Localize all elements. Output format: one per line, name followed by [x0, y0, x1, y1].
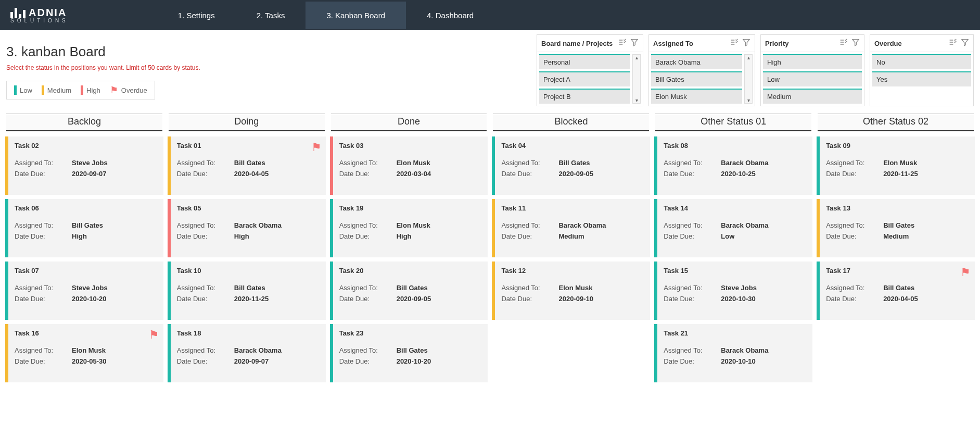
column-header[interactable]: Blocked: [493, 114, 649, 131]
slicer-item[interactable]: Bill Gates: [651, 71, 742, 86]
slicer-list: PersonalProject AProject B: [539, 54, 630, 104]
due-label: Date Due:: [339, 357, 397, 365]
card-assigned-row: Assigned To:Barack Obama: [177, 346, 320, 354]
kanban-card[interactable]: Task 09Assigned To:Elon MuskDate Due:202…: [817, 136, 975, 195]
kanban-card[interactable]: Task 17Assigned To:Bill GatesDate Due:20…: [817, 262, 975, 320]
kanban-card[interactable]: Task 14Assigned To:Barack ObamaDate Due:…: [654, 199, 812, 257]
column-header[interactable]: Doing: [169, 114, 325, 131]
kanban-card[interactable]: Task 06Assigned To:Bill GatesDate Due:Hi…: [5, 199, 163, 257]
clear-filter-icon[interactable]: [630, 38, 639, 48]
card-title: Task 19: [339, 204, 482, 212]
slicer-item[interactable]: Yes: [872, 71, 971, 86]
slicer-item[interactable]: Barack Obama: [651, 54, 742, 69]
column-header[interactable]: Other Status 01: [655, 114, 811, 131]
card-due-row: Date Due:2020-04-05: [826, 295, 969, 303]
kanban-card[interactable]: Task 13Assigned To:Bill GatesDate Due:Me…: [817, 199, 975, 257]
due-label: Date Due:: [664, 170, 721, 178]
multiselect-icon[interactable]: [839, 38, 847, 48]
kanban-card[interactable]: Task 12Assigned To:Elon MuskDate Due:202…: [492, 262, 650, 320]
page-hint: Select the status in the positions you w…: [6, 64, 381, 71]
card-assigned-row: Assigned To:Steve Jobs: [15, 284, 157, 292]
nav-tab[interactable]: 2. Tasks: [236, 2, 306, 29]
chevron-down-icon[interactable]: ▾: [747, 97, 750, 103]
slicer-item[interactable]: Medium: [763, 89, 862, 104]
card-title: Task 21: [664, 329, 806, 337]
assigned-label: Assigned To:: [664, 221, 721, 229]
kanban-card[interactable]: Task 20Assigned To:Bill GatesDate Due:20…: [330, 262, 488, 320]
legend-overdue-label: Overdue: [121, 86, 147, 94]
column-header[interactable]: Other Status 02: [818, 114, 974, 131]
kanban-card[interactable]: Task 10Assigned To:Bill GatesDate Due:20…: [168, 262, 326, 320]
kanban-card[interactable]: Task 04Assigned To:Bill GatesDate Due:20…: [492, 136, 650, 195]
kanban-card[interactable]: Task 05Assigned To:Barack ObamaDate Due:…: [168, 199, 326, 257]
chevron-up-icon[interactable]: ▴: [747, 55, 750, 60]
due-value: 2020-11-25: [234, 295, 269, 303]
nav-tab[interactable]: 3. Kanban Board: [306, 2, 406, 29]
svg-marker-3: [962, 40, 968, 46]
column-header[interactable]: Done: [331, 114, 487, 131]
kanban-card[interactable]: Task 19Assigned To:Elon MuskDate Due:Hig…: [330, 199, 488, 257]
scrollbar[interactable]: ▴▾: [744, 54, 753, 104]
multiselect-icon[interactable]: [618, 38, 626, 48]
column-header[interactable]: Backlog: [6, 114, 162, 131]
card-due-row: Date Due:2020-10-10: [664, 357, 806, 365]
clear-filter-icon[interactable]: [851, 38, 860, 48]
slicer-body: NoYes: [870, 52, 973, 89]
nav-tab[interactable]: 4. Dashboard: [406, 2, 494, 29]
kanban-card[interactable]: Task 21Assigned To:Barack ObamaDate Due:…: [654, 324, 812, 382]
card-due-row: Date Due:2020-11-25: [177, 295, 320, 303]
card-title: Task 20: [339, 267, 482, 275]
slicer-item[interactable]: Elon Musk: [651, 89, 742, 104]
card-body: Task 03Assigned To:Elon MuskDate Due:202…: [333, 136, 488, 195]
multiselect-icon[interactable]: [730, 38, 738, 48]
slicer-item[interactable]: Project B: [539, 89, 630, 104]
chevron-down-icon[interactable]: ▾: [635, 97, 638, 103]
kanban-card[interactable]: Task 15Assigned To:Steve JobsDate Due:20…: [654, 262, 812, 320]
assigned-value: Bill Gates: [397, 346, 428, 354]
kanban-card[interactable]: Task 18Assigned To:Barack ObamaDate Due:…: [168, 324, 326, 382]
multiselect-icon[interactable]: [948, 38, 957, 48]
kanban-card[interactable]: Task 11Assigned To:Barack ObamaDate Due:…: [492, 199, 650, 257]
due-value: 2020-09-07: [72, 170, 107, 178]
chevron-up-icon[interactable]: ▴: [635, 55, 638, 60]
logo-icon: [10, 8, 26, 18]
due-value: 2020-10-20: [397, 357, 431, 365]
overdue-flag-icon: ⚑: [149, 328, 159, 342]
due-label: Date Due:: [664, 232, 721, 240]
due-label: Date Due:: [15, 295, 72, 303]
card-title: Task 17: [826, 267, 969, 275]
due-label: Date Due:: [339, 295, 397, 303]
slicer-title: Overdue: [874, 40, 948, 47]
assigned-label: Assigned To:: [339, 284, 397, 292]
clear-filter-icon[interactable]: [961, 38, 969, 48]
scrollbar[interactable]: ▴▾: [632, 54, 641, 104]
card-assigned-row: Assigned To:Barack Obama: [664, 346, 806, 354]
due-value: Low: [721, 232, 734, 240]
card-assigned-row: Assigned To:Bill Gates: [15, 221, 157, 229]
kanban-card[interactable]: Task 16Assigned To:Elon MuskDate Due:202…: [5, 324, 163, 382]
nav-tab[interactable]: 1. Settings: [157, 2, 236, 29]
card-due-row: Date Due:2020-09-05: [501, 170, 644, 178]
assigned-value: Barack Obama: [721, 346, 768, 354]
card-body: Task 05Assigned To:Barack ObamaDate Due:…: [171, 199, 326, 257]
assigned-label: Assigned To:: [177, 284, 234, 292]
kanban-column: Other Status 01Task 08Assigned To:Barack…: [654, 114, 812, 382]
slicer-item[interactable]: Personal: [539, 54, 630, 69]
slicer: Assigned ToBarack ObamaBill GatesElon Mu…: [648, 34, 755, 106]
slicer-item[interactable]: No: [872, 54, 971, 69]
card-body: Task 06Assigned To:Bill GatesDate Due:Hi…: [8, 199, 163, 257]
slicer-item[interactable]: Low: [763, 71, 862, 86]
slicer-item[interactable]: Project A: [539, 71, 630, 86]
assigned-label: Assigned To:: [339, 346, 397, 354]
card-body: Task 19Assigned To:Elon MuskDate Due:Hig…: [333, 199, 488, 257]
kanban-card[interactable]: Task 02Assigned To:Steve JobsDate Due:20…: [5, 136, 163, 195]
slicer-item[interactable]: High: [763, 54, 862, 69]
kanban-card[interactable]: Task 01Assigned To:Bill GatesDate Due:20…: [168, 136, 326, 195]
card-title: Task 03: [339, 142, 482, 150]
kanban-card[interactable]: Task 03Assigned To:Elon MuskDate Due:202…: [330, 136, 488, 195]
kanban-card[interactable]: Task 23Assigned To:Bill GatesDate Due:20…: [330, 324, 488, 382]
card-assigned-row: Assigned To:Barack Obama: [177, 221, 320, 229]
kanban-card[interactable]: Task 08Assigned To:Barack ObamaDate Due:…: [654, 136, 812, 195]
clear-filter-icon[interactable]: [742, 38, 750, 48]
kanban-card[interactable]: Task 07Assigned To:Steve JobsDate Due:20…: [5, 262, 163, 320]
